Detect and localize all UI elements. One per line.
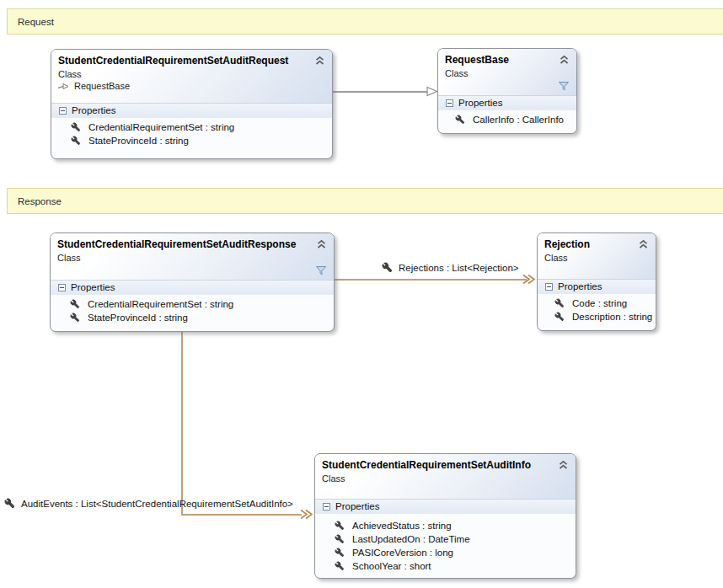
class-box-auditinfo[interactable]: StudentCredentialRequirementSetAuditInfo… <box>314 453 576 579</box>
collapse-chevron-icon[interactable] <box>559 55 570 65</box>
filter-icon[interactable] <box>316 266 326 275</box>
expander-icon[interactable] <box>58 284 66 291</box>
property-row[interactable]: CredentialRequirementSet : string <box>51 120 332 134</box>
collapse-chevron-icon[interactable] <box>316 239 327 249</box>
class-header: StudentCredentialRequirementSetAuditInfo… <box>315 454 576 500</box>
base-type-row[interactable]: RequestBase <box>58 81 325 91</box>
class-name: StudentCredentialRequirementSetAuditRequ… <box>58 55 325 67</box>
association-label-auditevents[interactable]: AuditEvents : List<StudentCredentialRequ… <box>4 498 293 509</box>
property-text: SchoolYear : short <box>352 561 431 571</box>
properties-compartment-header[interactable]: Properties <box>51 281 334 295</box>
class-kind: Class <box>445 68 570 78</box>
property-text: AchievedStatus : string <box>352 521 452 531</box>
inheritance-arrow-icon <box>58 83 70 90</box>
properties-rows: Code : string Description : string <box>538 294 656 323</box>
property-text: CallerInfo : CallerInfo <box>473 115 564 125</box>
properties-compartment-header[interactable]: Properties <box>538 280 656 294</box>
property-wrench-icon <box>71 122 81 132</box>
class-name: StudentCredentialRequirementSetAuditInfo <box>322 459 569 471</box>
compartment-label: Properties <box>558 281 602 291</box>
property-row[interactable]: AchievedStatus : string <box>315 519 576 532</box>
properties-rows: CredentialRequirementSet : string StateP… <box>51 295 334 324</box>
property-text: StateProvinceId : string <box>88 136 189 146</box>
properties-compartment-header[interactable]: Properties <box>438 96 576 110</box>
filter-icon[interactable] <box>559 82 569 91</box>
property-text: PASICoreVersion : long <box>352 548 453 558</box>
property-row[interactable]: StateProvinceId : string <box>51 134 332 147</box>
class-name: Rejection <box>544 238 649 250</box>
property-wrench-icon <box>71 136 81 146</box>
property-text: Code : string <box>572 298 627 308</box>
banner-label: Request <box>18 17 54 27</box>
association-connector-auditevents-vertical[interactable] <box>181 330 183 514</box>
class-box-rejection[interactable]: Rejection Class Properties Code : stri <box>537 233 656 331</box>
property-text: LastUpdatedOn : DateTime <box>352 534 470 544</box>
association-arrow-icon <box>298 509 313 520</box>
association-label-text: AuditEvents : List<StudentCredentialRequ… <box>21 499 293 509</box>
class-kind: Class <box>58 69 325 79</box>
class-header: StudentCredentialRequirementSetAuditRequ… <box>51 50 332 104</box>
collapse-chevron-icon[interactable] <box>314 56 325 66</box>
banner-label: Response <box>18 196 62 206</box>
expander-icon[interactable] <box>59 107 67 115</box>
property-text: CredentialRequirementSet : string <box>88 299 233 309</box>
comment-banner-request[interactable]: Request <box>7 8 723 35</box>
class-kind: Class <box>544 253 649 263</box>
association-connector-auditevents-horizontal[interactable] <box>181 514 302 516</box>
property-row[interactable]: Code : string <box>538 297 656 310</box>
property-row[interactable]: PASICoreVersion : long <box>315 546 576 559</box>
property-wrench-icon <box>70 299 80 309</box>
inheritance-triangle-icon <box>426 86 438 97</box>
class-header: RequestBase Class <box>438 49 576 96</box>
property-text: Description : string <box>572 312 652 322</box>
compartment-label: Properties <box>72 105 115 115</box>
class-diagram-canvas: Request Response Rejections : List<Rejec… <box>0 0 723 588</box>
class-name: RequestBase <box>445 54 570 66</box>
expander-icon[interactable] <box>545 283 553 291</box>
property-wrench-icon <box>335 548 345 558</box>
property-row[interactable]: CallerInfo : CallerInfo <box>438 113 576 126</box>
collapse-chevron-icon[interactable] <box>558 460 569 470</box>
property-text: CredentialRequirementSet : string <box>88 122 234 132</box>
property-row[interactable]: SchoolYear : short <box>315 559 576 573</box>
property-row[interactable]: LastUpdatedOn : DateTime <box>315 532 576 546</box>
association-label-rejections[interactable]: Rejections : List<Rejection> <box>382 262 519 273</box>
class-kind: Class <box>57 253 327 263</box>
property-row[interactable]: Description : string <box>538 310 656 323</box>
properties-compartment-header[interactable]: Properties <box>51 104 332 118</box>
properties-compartment-header[interactable]: Properties <box>315 500 576 514</box>
property-wrench-icon <box>70 313 80 323</box>
properties-rows: AchievedStatus : string LastUpdatedOn : … <box>315 514 576 573</box>
property-text: StateProvinceId : string <box>88 313 188 323</box>
compartment-label: Properties <box>71 282 115 292</box>
association-arrow-icon <box>521 274 536 285</box>
class-box-requestbase[interactable]: RequestBase Class Properties <box>437 48 577 134</box>
property-wrench-icon <box>335 561 345 571</box>
property-wrench-icon <box>455 115 465 125</box>
expander-icon[interactable] <box>446 99 453 107</box>
property-wrench-icon <box>554 312 565 322</box>
expander-icon[interactable] <box>323 503 330 510</box>
class-kind: Class <box>322 473 569 484</box>
class-header: StudentCredentialRequirementSetAuditResp… <box>51 233 334 281</box>
class-name: StudentCredentialRequirementSetAuditResp… <box>57 238 327 250</box>
class-box-response[interactable]: StudentCredentialRequirementSetAuditResp… <box>50 233 335 332</box>
inheritance-connector[interactable] <box>331 91 428 93</box>
properties-rows: CallerInfo : CallerInfo <box>438 110 576 126</box>
compartment-label: Properties <box>458 98 502 108</box>
collapse-chevron-icon[interactable] <box>638 239 649 249</box>
property-wrench-icon <box>554 298 565 308</box>
class-header: Rejection Class <box>538 233 656 280</box>
property-wrench-icon <box>382 262 393 273</box>
compartment-label: Properties <box>335 501 379 511</box>
association-label-text: Rejections : List<Rejection> <box>399 263 519 273</box>
property-row[interactable]: CredentialRequirementSet : string <box>51 297 334 311</box>
property-row[interactable]: StateProvinceId : string <box>51 311 334 324</box>
property-wrench-icon <box>335 534 345 544</box>
properties-rows: CredentialRequirementSet : string StateP… <box>51 118 332 147</box>
base-type-name: RequestBase <box>74 81 130 91</box>
comment-banner-response[interactable]: Response <box>7 188 723 214</box>
class-box-request[interactable]: StudentCredentialRequirementSetAuditRequ… <box>51 49 333 159</box>
association-connector-rejections[interactable] <box>333 279 527 281</box>
property-wrench-icon <box>335 521 345 531</box>
